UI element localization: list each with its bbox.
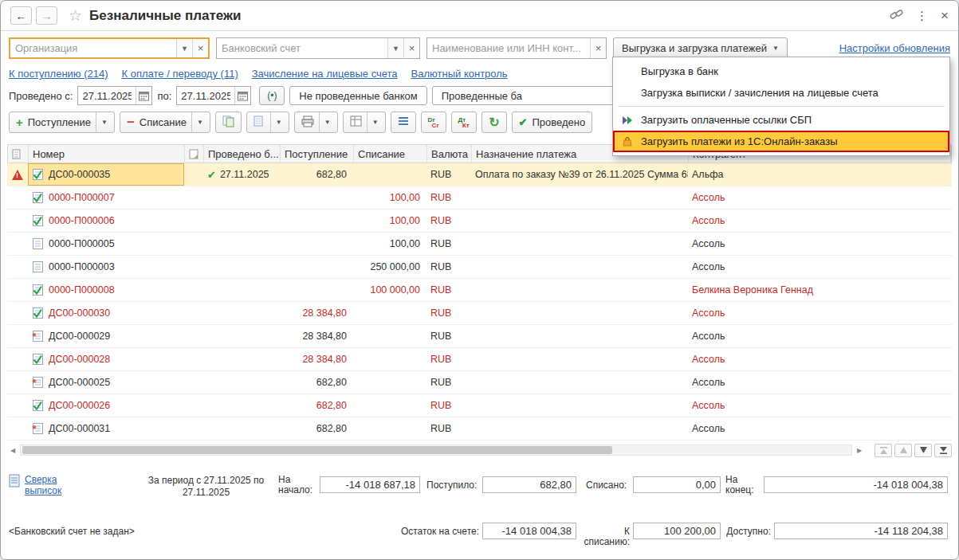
row-status-cell <box>7 210 28 232</box>
row-counterparty-cell: Ассоль <box>688 210 952 232</box>
refresh-button[interactable]: ↻ <box>481 112 506 133</box>
row-mark-cell <box>184 210 203 232</box>
scroll-left-icon[interactable]: ◀ <box>7 447 18 454</box>
bank-account-clear-icon[interactable]: × <box>403 38 419 58</box>
chevron-down-icon[interactable]: ▼ <box>270 112 282 132</box>
table-row[interactable]: !ДС00-000035✔27.11.2025682,80RUBОплата п… <box>7 163 952 186</box>
organization-combo[interactable]: ▼ × <box>9 37 210 59</box>
table-row[interactable]: 0000-П000003250 000,00RUBАссоль <box>7 256 952 279</box>
nav-link-to-receipt[interactable]: К поступлению (214) <box>9 68 108 80</box>
row-posted-cell <box>203 279 280 301</box>
calendar-icon[interactable] <box>234 87 250 104</box>
chevron-down-icon[interactable]: ▼ <box>367 112 379 132</box>
document-group-button[interactable]: ▼ <box>246 112 289 133</box>
scrollbar-thumb[interactable] <box>22 446 612 454</box>
menu-item-load-online-orders[interactable]: Загрузить платежи из 1С:Онлайн-заказы <box>613 131 949 152</box>
menu-item-export-to-bank[interactable]: Выгрузка в банк <box>613 61 949 82</box>
table-row[interactable]: 0000-П000007100,00RUBАссоль <box>7 186 952 210</box>
menu-item-load-sbp-links[interactable]: Загрузить оплаченные ссылки СБП <box>613 109 949 131</box>
table-row[interactable]: ДС00-000026682,80RUBАссоль <box>7 394 952 417</box>
date-to-field[interactable] <box>176 86 251 105</box>
counterparty-clear-icon[interactable]: × <box>590 38 606 58</box>
copy-icon <box>222 116 234 130</box>
row-status-cell <box>7 302 28 324</box>
print-button[interactable]: ▼ <box>294 112 338 133</box>
row-currency-cell: RUB <box>426 210 471 232</box>
header-number[interactable]: Номер <box>29 145 185 163</box>
table-row[interactable]: ДС00-00003028 384,80RUBАссоль <box>7 302 952 325</box>
close-icon[interactable]: × <box>941 8 949 24</box>
date-to-input[interactable] <box>177 87 234 104</box>
menu-item-load-statement[interactable]: Загрузка выписки / зачисления на лицевые… <box>613 82 949 104</box>
counterparty-combo[interactable]: × <box>426 37 607 59</box>
period-select-button[interactable]: (•) <box>259 86 285 105</box>
go-first-row-button[interactable] <box>874 444 892 457</box>
nav-link-currency-control[interactable]: Валютный контроль <box>411 68 508 80</box>
end-value: -14 018 004,38 <box>764 476 948 493</box>
row-receipt-cell: 682,80 <box>280 371 353 394</box>
favorite-star-icon[interactable]: ☆ <box>69 6 82 25</box>
go-last-row-button[interactable] <box>934 444 952 457</box>
bank-account-input[interactable] <box>217 38 387 58</box>
row-purpose-cell: Оплата по заказу №39 от 26.11.2025 Сумма… <box>471 163 688 186</box>
table-row[interactable]: *ДС00-00002928 384,80RUBАссоль <box>7 325 952 348</box>
page-down-button[interactable] <box>914 444 932 457</box>
page-up-button[interactable] <box>894 444 912 457</box>
reconciliation-icon <box>9 474 21 488</box>
table-row[interactable]: ДС00-00002828 384,80RUBАссоль <box>7 348 952 371</box>
forward-button[interactable]: → <box>36 6 57 25</box>
row-writeoff-cell <box>353 394 426 417</box>
scroll-right-icon[interactable]: ▶ <box>854 447 865 454</box>
counterparty-search-input[interactable] <box>427 38 590 58</box>
get-link-icon[interactable] <box>890 8 903 24</box>
add-writeoff-button[interactable]: − Списание ▼ <box>120 112 210 133</box>
table-row[interactable]: *ДС00-000031682,80RUBАссоль <box>7 417 952 441</box>
table-row[interactable]: 0000-П000008100 000,00RUBБелкина Вероник… <box>7 279 952 302</box>
header-mark-column[interactable] <box>185 145 204 163</box>
calendar-icon[interactable] <box>136 87 151 104</box>
row-mark-cell <box>184 256 203 278</box>
table-row[interactable]: *ДС00-000025682,80RUBАссоль <box>7 371 952 394</box>
table-row[interactable]: 0000-П000006100,00RUBАссоль <box>7 210 952 233</box>
back-button[interactable]: ← <box>10 6 32 25</box>
row-posted-cell <box>203 302 280 324</box>
chevron-down-icon[interactable]: ▼ <box>191 112 203 132</box>
upload-download-menu-button[interactable]: Выгрузка и загрузка платежей ▼ <box>613 37 788 59</box>
header-receipt[interactable]: Поступление <box>281 145 354 163</box>
row-writeoff-cell <box>353 302 426 324</box>
chevron-down-icon[interactable]: ▼ <box>319 112 331 132</box>
header-currency[interactable]: Валюта <box>427 145 472 163</box>
report-button[interactable]: ▼ <box>343 112 386 133</box>
organization-clear-icon[interactable]: × <box>192 39 208 57</box>
add-receipt-button[interactable]: + Поступление ▼ <box>9 112 115 133</box>
header-posted[interactable]: Проведено б... ↑ <box>204 145 281 163</box>
row-receipt-cell: 682,80 <box>280 394 353 417</box>
not-posted-by-bank-button[interactable]: Не проведенные банком <box>289 86 426 105</box>
nav-link-personal-accounts[interactable]: Зачисление на лицевые счета <box>252 68 398 80</box>
reconciliation-link[interactable]: Сверка выписок <box>25 474 66 496</box>
written-label: Списано: <box>586 480 627 491</box>
organization-input[interactable] <box>10 39 176 57</box>
drcr-movements-button[interactable]: DrCr <box>421 112 446 133</box>
chevron-down-icon[interactable]: ▼ <box>96 112 108 132</box>
dtkt-movements-button[interactable]: ДтКт <box>451 112 478 133</box>
more-menu-icon[interactable]: ⋮ <box>916 9 928 23</box>
received-label: Поступило: <box>426 480 477 491</box>
header-writeoff[interactable]: Списание <box>354 145 427 163</box>
organization-dropdown-icon[interactable]: ▼ <box>176 39 192 57</box>
register-list-button[interactable] <box>391 112 416 133</box>
posted-toggle-button[interactable]: ✔ Проведено <box>512 112 593 133</box>
scrollbar-track[interactable] <box>20 444 852 456</box>
date-from-input[interactable] <box>78 87 136 104</box>
nav-link-to-pay[interactable]: К оплате / переводу (11) <box>122 68 238 80</box>
bank-account-combo[interactable]: ▼ × <box>216 37 420 59</box>
horizontal-scrollbar[interactable]: ◀ ▶ <box>7 443 952 457</box>
header-status-column[interactable] <box>8 145 29 163</box>
date-from-field[interactable] <box>77 86 152 105</box>
row-posted-cell <box>203 325 280 347</box>
table-row[interactable]: 0000-П000005100,00RUBАссоль <box>7 233 952 256</box>
update-settings-link[interactable]: Настройки обновления <box>839 42 950 54</box>
bank-account-dropdown-icon[interactable]: ▼ <box>387 38 403 58</box>
row-status-cell: ! <box>7 163 28 186</box>
copy-document-button[interactable] <box>215 112 242 133</box>
